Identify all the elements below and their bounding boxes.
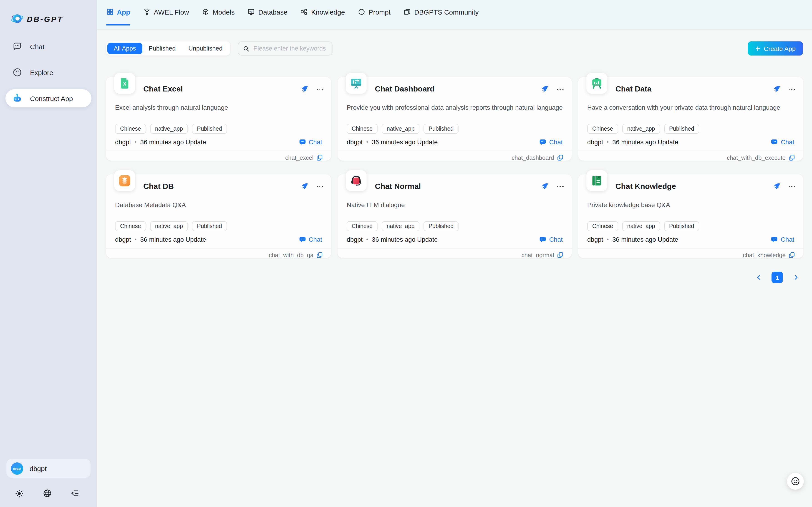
dingtalk-share-icon[interactable] xyxy=(541,182,549,191)
sidebar-item-chat[interactable]: Chat xyxy=(5,37,91,56)
tag-row: Chinese native_app Published xyxy=(347,221,563,231)
tag: Chinese xyxy=(115,221,146,231)
chat-bubble-icon xyxy=(771,236,778,243)
tab-prompt[interactable]: Prompt xyxy=(358,0,390,29)
sidebar-item-explore[interactable]: Explore xyxy=(5,63,91,81)
chat-button[interactable]: Chat xyxy=(299,138,322,146)
app-card-chat-db[interactable]: Chat DB Database Metadata Q&A Chinese na… xyxy=(106,174,331,258)
app-updated: 36 minutes ago Update xyxy=(140,236,206,243)
avatar: dbgpt xyxy=(11,462,23,474)
meta-row: dbgpt • 36 minutes ago Update Chat xyxy=(587,138,794,146)
chat-button[interactable]: Chat xyxy=(771,236,794,243)
sql-monitor-icon: SQL xyxy=(247,8,255,16)
card-footer: chat_knowledge xyxy=(578,248,803,259)
tag: Published xyxy=(192,221,227,231)
planet-logo-icon xyxy=(11,12,24,27)
tag: native_app xyxy=(150,124,188,134)
prompt-bubble-icon xyxy=(358,8,365,16)
tab-database[interactable]: SQL Database xyxy=(247,0,288,29)
user-chip[interactable]: dbgpt dbgpt xyxy=(6,459,90,478)
app-card-chat-data[interactable]: Chat Data Have a conversation with your … xyxy=(578,77,803,161)
chat-button[interactable]: Chat xyxy=(539,138,563,146)
tab-label: Database xyxy=(258,8,288,16)
filter-unpublished[interactable]: Unpublished xyxy=(182,43,229,54)
brand-logo: DB-GPT xyxy=(11,13,97,26)
search-input[interactable] xyxy=(252,45,327,52)
tab-app[interactable]: App xyxy=(106,0,130,29)
app-card-description: Database Metadata Q&A xyxy=(115,200,322,209)
sidebar-item-label: Explore xyxy=(30,68,53,76)
card-menu-button[interactable] xyxy=(316,184,323,189)
dingtalk-share-icon[interactable] xyxy=(541,85,549,93)
excel-doc-icon: X xyxy=(114,73,135,94)
knowledge-book-icon xyxy=(586,170,607,191)
sidebar-item-construct-app[interactable]: Construct App xyxy=(5,89,91,107)
meta-row: dbgpt • 36 minutes ago Update Chat xyxy=(347,138,563,146)
card-footer: chat_normal xyxy=(337,248,572,259)
tag: Published xyxy=(424,221,458,231)
chat-button[interactable]: Chat xyxy=(299,236,322,243)
app-updated: 36 minutes ago Update xyxy=(372,138,438,146)
separator-dot: • xyxy=(607,139,609,145)
card-footer: chat_with_db_execute xyxy=(578,151,803,161)
user-name: dbgpt xyxy=(29,464,47,472)
page-number[interactable]: 1 xyxy=(771,272,783,283)
copy-icon[interactable] xyxy=(788,154,795,161)
app-card-title: Chat Normal xyxy=(375,182,541,191)
theme-sun-icon[interactable] xyxy=(14,489,24,498)
card-menu-button[interactable] xyxy=(789,184,795,189)
card-menu-button[interactable] xyxy=(557,87,564,92)
card-menu-button[interactable] xyxy=(789,87,795,92)
next-page-icon[interactable] xyxy=(791,273,800,282)
meta-row: dbgpt • 36 minutes ago Update Chat xyxy=(115,138,322,146)
tab-label: Knowledge xyxy=(311,8,345,16)
feedback-smiley-button[interactable] xyxy=(787,473,804,490)
filter-all-apps[interactable]: All Apps xyxy=(107,43,142,54)
chat-button[interactable]: Chat xyxy=(771,138,794,146)
app-card-grid: X Chat Excel Excel analysis through natu… xyxy=(106,77,803,258)
knowledge-graph-icon xyxy=(300,8,308,16)
dingtalk-share-icon[interactable] xyxy=(300,85,308,93)
tab-label: DBGPTS Community xyxy=(414,8,479,16)
tab-models[interactable]: Models xyxy=(202,0,235,29)
app-owner: dbgpt xyxy=(115,236,131,243)
copy-icon[interactable] xyxy=(557,252,564,259)
filter-segmented-control: All Apps Published Unpublished xyxy=(106,42,230,56)
copy-icon[interactable] xyxy=(316,252,323,259)
dingtalk-share-icon[interactable] xyxy=(772,85,780,93)
filter-published[interactable]: Published xyxy=(142,43,182,54)
tag: Chinese xyxy=(115,124,146,134)
app-card-title: Chat Excel xyxy=(143,84,300,94)
main-area: App AWEL Flow Models xyxy=(97,0,812,507)
app-card-chat-normal[interactable]: Chat Normal Native LLM dialogue Chinese … xyxy=(337,174,572,258)
dingtalk-share-icon[interactable] xyxy=(772,182,780,191)
tab-awel-flow[interactable]: AWEL Flow xyxy=(143,0,189,29)
copy-icon[interactable] xyxy=(788,252,795,259)
copy-icon[interactable] xyxy=(557,154,564,161)
app-card-chat-knowledge[interactable]: Chat Knowledge Private knowledge base Q&… xyxy=(578,174,803,258)
tab-dbgpts-community[interactable]: DBGPTS Community xyxy=(403,0,479,29)
search-box[interactable] xyxy=(238,42,332,56)
meta-row: dbgpt • 36 minutes ago Update Chat xyxy=(115,236,322,243)
plus-icon: + xyxy=(755,44,760,53)
previous-page-icon[interactable] xyxy=(754,273,763,282)
separator-dot: • xyxy=(366,139,368,145)
collapse-sidebar-icon[interactable] xyxy=(70,489,80,498)
sidebar-item-label: Construct App xyxy=(30,95,73,102)
create-app-button[interactable]: + Create App xyxy=(748,42,803,56)
dingtalk-share-icon[interactable] xyxy=(300,182,308,191)
chat-button[interactable]: Chat xyxy=(539,236,563,243)
scene-name: chat_knowledge xyxy=(743,252,786,259)
app-card-chat-dashboard[interactable]: Chat Dashboard Provide you with professi… xyxy=(337,77,572,161)
copy-icon[interactable] xyxy=(316,154,323,161)
card-menu-button[interactable] xyxy=(316,87,323,92)
tab-label: Models xyxy=(213,8,235,16)
card-menu-button[interactable] xyxy=(557,184,564,189)
headset-icon xyxy=(346,170,367,191)
brand-name: DB-GPT xyxy=(27,15,63,24)
app-card-chat-excel[interactable]: X Chat Excel Excel analysis through natu… xyxy=(106,77,331,161)
tag: native_app xyxy=(382,221,420,231)
chat-bubble-icon xyxy=(539,138,547,146)
tab-knowledge[interactable]: Knowledge xyxy=(300,0,345,29)
language-globe-icon[interactable] xyxy=(43,489,52,498)
